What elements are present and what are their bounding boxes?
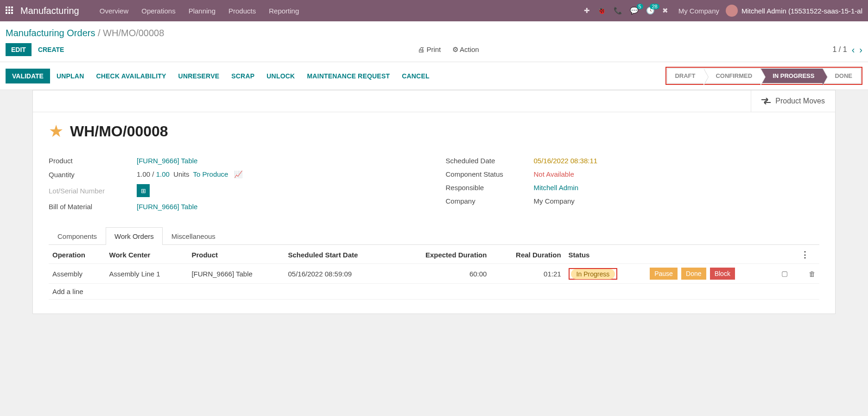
- messages-icon[interactable]: 💬5: [630, 6, 639, 15]
- tab-components[interactable]: Components: [49, 227, 106, 245]
- nav-operations[interactable]: Operations: [141, 7, 175, 15]
- trash-icon[interactable]: 🗑: [809, 270, 816, 278]
- edit-button[interactable]: EDIT: [6, 43, 32, 56]
- nav-products[interactable]: Products: [228, 7, 256, 15]
- apps-icon[interactable]: [6, 6, 14, 15]
- breadcrumb-root[interactable]: Manufacturing Orders: [6, 28, 95, 38]
- responsible-value[interactable]: Mitchell Admin: [534, 184, 579, 192]
- component-status-label: Component Status: [446, 170, 534, 178]
- unlock-button[interactable]: UNLOCK: [266, 72, 295, 80]
- breadcrumb-current: WH/MO/00008: [103, 28, 164, 38]
- chart-icon[interactable]: 📈: [234, 170, 243, 178]
- col-work-center: Work Center: [106, 245, 188, 264]
- control-bar: EDIT CREATE 🖨 Print ⚙ Action 1 / 1 ‹ ›: [0, 40, 868, 62]
- chevron-left-icon[interactable]: ‹: [852, 45, 855, 55]
- tabs: Components Work Orders Miscellaneous: [49, 227, 819, 245]
- bom-label: Bill of Material: [49, 203, 137, 211]
- action-menu[interactable]: ⚙ Action: [452, 45, 479, 53]
- stage-draft[interactable]: DRAFT: [667, 68, 703, 83]
- status-badge: In Progress: [571, 269, 615, 279]
- tab-work-orders[interactable]: Work Orders: [106, 227, 163, 245]
- nav-planning[interactable]: Planning: [189, 7, 215, 15]
- avatar[interactable]: [726, 5, 738, 17]
- company-value: My Company: [534, 197, 575, 205]
- bug-icon[interactable]: 🐞: [597, 6, 606, 15]
- breadcrumb-bar: Manufacturing Orders / WH/MO/00008: [0, 21, 868, 40]
- col-status: Status: [565, 245, 645, 264]
- col-operation: Operation: [49, 245, 106, 264]
- user-menu[interactable]: Mitchell Admin (15531522-saas-15-1-al: [741, 7, 862, 15]
- mo-title: WH/MO/00008: [70, 123, 168, 140]
- stage-done[interactable]: DONE: [823, 68, 861, 83]
- work-orders-table: Operation Work Center Product Scheduled …: [49, 245, 819, 300]
- table-row[interactable]: Assembly Assembly Line 1 [FURN_9666] Tab…: [49, 264, 819, 284]
- col-product: Product: [188, 245, 284, 264]
- col-real-duration: Real Duration: [490, 245, 564, 264]
- tab-miscellaneous[interactable]: Miscellaneous: [163, 227, 224, 245]
- tablet-icon[interactable]: ▢: [781, 269, 788, 277]
- sched-date-label: Scheduled Date: [446, 157, 534, 165]
- col-expected-duration: Expected Duration: [393, 245, 491, 264]
- breadcrumb: Manufacturing Orders / WH/MO/00008: [6, 28, 862, 38]
- cell-product: [FURN_9666] Table: [188, 264, 284, 284]
- quantity-label: Quantity: [49, 171, 137, 179]
- stage-in-progress[interactable]: IN PROGRESS: [760, 68, 823, 83]
- lot-label: Lot/Serial Number: [49, 187, 137, 195]
- pager: 1 / 1: [833, 45, 847, 54]
- create-button[interactable]: CREATE: [38, 46, 64, 53]
- check-availability-button[interactable]: CHECK AVAILABILITY: [96, 72, 166, 80]
- status-bar: DRAFT CONFIRMED IN PROGRESS DONE: [665, 67, 862, 85]
- chevron-right-icon[interactable]: ›: [859, 45, 862, 55]
- act-count: 28: [650, 4, 659, 9]
- tools-icon[interactable]: ✖: [662, 6, 668, 15]
- stage-confirmed[interactable]: CONFIRMED: [703, 68, 760, 83]
- cancel-button[interactable]: CANCEL: [402, 72, 430, 80]
- action-bar: VALIDATE UNPLAN CHECK AVAILABILITY UNRES…: [0, 62, 868, 90]
- done-button[interactable]: Done: [681, 268, 706, 280]
- cell-scheduled-start: 05/16/2022 08:59:09: [284, 264, 393, 284]
- msg-count: 5: [637, 4, 643, 9]
- nav-reporting[interactable]: Reporting: [269, 7, 299, 15]
- col-scheduled-start: Scheduled Start Date: [284, 245, 393, 264]
- component-status-value: Not Available: [534, 170, 574, 178]
- app-title[interactable]: Manufacturing: [20, 6, 79, 16]
- cell-expected-duration: 60:00: [393, 264, 491, 284]
- activities-icon[interactable]: 🕓28: [646, 6, 655, 15]
- pause-button[interactable]: Pause: [650, 268, 678, 280]
- star-icon[interactable]: ★: [49, 122, 63, 141]
- add-lot-button[interactable]: ⊞: [137, 184, 150, 197]
- responsible-label: Responsible: [446, 184, 534, 192]
- block-button[interactable]: Block: [710, 268, 735, 280]
- sched-date-value: 05/16/2022 08:38:11: [534, 157, 598, 165]
- phone-icon[interactable]: 📞: [614, 6, 622, 15]
- product-moves-button[interactable]: Product Moves: [751, 90, 835, 112]
- maintenance-request-button[interactable]: MAINTENANCE REQUEST: [307, 72, 390, 80]
- unplan-button[interactable]: UNPLAN: [57, 72, 84, 80]
- scrap-button[interactable]: SCRAP: [231, 72, 254, 80]
- columns-menu-icon[interactable]: ⋮: [797, 245, 819, 264]
- add-line-link[interactable]: Add a line: [49, 284, 819, 300]
- form-sheet: Product Moves ★ WH/MO/00008 Product[FURN…: [32, 90, 836, 314]
- swap-icon: [761, 98, 771, 104]
- top-navbar: Manufacturing Overview Operations Planni…: [0, 0, 868, 21]
- product-label: Product: [49, 157, 137, 165]
- validate-button[interactable]: VALIDATE: [6, 69, 50, 83]
- cell-operation: Assembly: [49, 264, 106, 284]
- cell-real-duration: 01:21: [490, 264, 564, 284]
- plus-icon[interactable]: ✚: [584, 6, 590, 15]
- cell-work-center: Assembly Line 1: [106, 264, 188, 284]
- company-switcher[interactable]: My Company: [678, 7, 719, 15]
- product-value[interactable]: [FURN_9666] Table: [137, 157, 197, 165]
- nav-overview[interactable]: Overview: [100, 7, 129, 15]
- print-menu[interactable]: 🖨 Print: [418, 45, 441, 53]
- company-label: Company: [446, 197, 534, 205]
- bom-value[interactable]: [FURN_9666] Table: [137, 203, 197, 211]
- unreserve-button[interactable]: UNRESERVE: [178, 72, 220, 80]
